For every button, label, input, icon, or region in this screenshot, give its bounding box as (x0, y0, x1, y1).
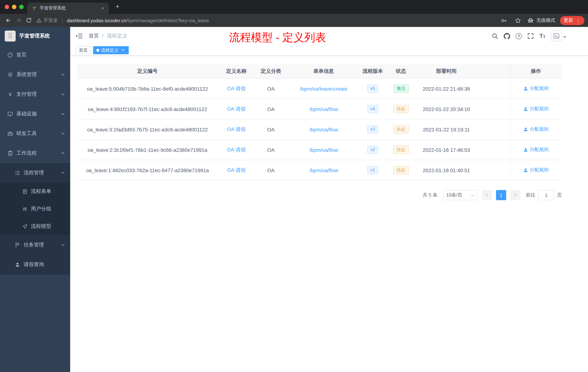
tab-close-icon[interactable]: × (100, 5, 106, 11)
person-icon (523, 127, 528, 132)
sidebar-item-process-model[interactable]: 流程模型 (0, 218, 70, 235)
cell-form-info: /bpm/oa/flow (287, 99, 360, 119)
sidebar-item-home[interactable]: 首页 (0, 45, 70, 65)
password-manager-button[interactable] (499, 16, 508, 25)
maximize-window-button[interactable] (19, 5, 24, 9)
next-page-button[interactable] (510, 190, 520, 200)
search-icon[interactable] (492, 33, 498, 39)
cell-status: 挂起 (386, 99, 416, 119)
sidebar-toggle-icon[interactable] (76, 33, 83, 40)
browser-toolbar: 不安全 dashboard.yudao.iocoder.cn/bpm/manag… (0, 14, 588, 27)
reload-button[interactable] (24, 16, 33, 25)
chevron-down-icon (61, 112, 65, 116)
cell-version: v1 (360, 160, 386, 180)
chevron-down-icon (471, 193, 474, 197)
url-path: /bpm/manager/definition?key=oa_leave (126, 18, 209, 23)
definition-name-link[interactable]: OA 请假 (227, 146, 246, 152)
tag-label: 首页 (79, 47, 88, 53)
sidebar-item-process-form[interactable]: 流程表单 (0, 183, 70, 200)
cell-category: OA (254, 119, 287, 140)
form-link[interactable]: /bpm/oa/flow (309, 147, 338, 153)
yen-icon: ¥ (7, 91, 13, 97)
version-badge: v1 (367, 166, 378, 174)
user-avatar-menu[interactable] (551, 31, 566, 42)
red-annotation-title: 流程模型 - 定义列表 (229, 30, 326, 45)
cell-definition-name: OA 请假 (218, 99, 254, 119)
assign-rule-label: 分配规则 (530, 106, 549, 112)
form-link[interactable]: /bpm/oa/leave/create (300, 86, 347, 92)
browser-update-button[interactable]: 更新 ⋮ (560, 16, 584, 25)
cell-form-info: /bpm/oa/flow (287, 119, 360, 140)
close-window-button[interactable] (5, 5, 9, 9)
minimize-window-button[interactable] (12, 5, 16, 9)
incognito-badge: 无痕模式 (527, 17, 555, 24)
assign-rule-link[interactable]: 分配规则 (523, 106, 549, 112)
definition-name-link[interactable]: OA 请假 (227, 85, 246, 91)
sidebar-item-user-group[interactable]: 用户分组 (0, 200, 70, 218)
forward-icon (16, 17, 21, 23)
cell-definition-id: oa_leave:2:3c1f0ef1-76b1-11ec-9c66-a2380… (77, 140, 218, 160)
bookmark-star-button[interactable] (513, 16, 523, 25)
pagination-total: 共 5 条 (423, 192, 437, 198)
assign-rule-link[interactable]: 分配规则 (523, 85, 549, 92)
chevron-down-icon (61, 92, 65, 97)
cell-definition-name: OA 请假 (218, 160, 254, 180)
version-badge: v3 (367, 125, 378, 134)
table-header-row: 定义编号 定义名称 定义分类 表单信息 流程版本 状态 部署时间 操作 (77, 65, 562, 78)
toolbox-icon (7, 131, 13, 136)
sidebar-item-leave-query[interactable]: 请假查询 (0, 255, 70, 274)
sidebar-item-task-management[interactable]: 任务管理 (0, 235, 70, 255)
sidebar-item-label: 任务管理 (24, 242, 57, 248)
definition-name-link[interactable]: OA 请假 (227, 106, 246, 111)
assign-rule-link[interactable]: 分配规则 (523, 126, 549, 133)
prev-page-button[interactable] (482, 190, 492, 200)
goto-page-input[interactable] (538, 190, 554, 200)
form-link[interactable]: /bpm/oa/flow (309, 127, 338, 132)
sidebar-item-label: 基础设施 (16, 111, 57, 117)
definition-name-link[interactable]: OA 请假 (227, 167, 246, 173)
cell-filler (476, 140, 510, 160)
tag-process-definition[interactable]: 流程定义 × (93, 46, 129, 54)
person-icon (523, 107, 528, 111)
table-row: oa_leave:5:004b710b-7b8a-11ec-8ef0-acde4… (77, 78, 562, 99)
assign-rule-link[interactable]: 分配规则 (523, 146, 549, 153)
address-bar[interactable]: dashboard.yudao.iocoder.cn/bpm/manager/d… (67, 18, 494, 23)
back-button[interactable] (4, 16, 13, 25)
cell-version: v4 (360, 99, 386, 119)
assign-rule-link[interactable]: 分配规则 (523, 167, 549, 174)
goto-page: 前往 页 (526, 190, 562, 200)
sidebar-item-workflow[interactable]: 工作流程 (0, 143, 70, 163)
tag-close-icon[interactable]: × (120, 48, 126, 53)
form-link[interactable]: /bpm/oa/flow (309, 167, 338, 173)
cell-form-info: /bpm/oa/flow (287, 160, 360, 180)
fullscreen-icon[interactable] (527, 33, 534, 39)
sidebar-item-system[interactable]: 系统管理 (0, 65, 70, 85)
page-size-select[interactable]: 10条/页 (443, 190, 478, 200)
form-link[interactable]: /bpm/oa/flow (309, 106, 338, 112)
sidebar-item-process-management[interactable]: 流程管理 (0, 163, 70, 183)
goto-label: 前往 (526, 192, 535, 198)
cell-operations: 分配规则 (510, 160, 562, 180)
main-area: 首页/流程定义 流程模型 - 定义列表 ? TT (70, 27, 588, 372)
forward-button[interactable] (14, 16, 23, 25)
breadcrumb-current: 流程定义 (107, 33, 127, 39)
sidebar-brand[interactable]: 芋道管理系统 (0, 27, 70, 45)
security-indicator[interactable]: 不安全 (36, 17, 58, 24)
github-icon[interactable] (504, 33, 510, 39)
page-number-button[interactable]: 1 (496, 190, 506, 200)
browser-tab[interactable]: 芋道管理系统 × (27, 2, 109, 14)
help-icon[interactable]: ? (516, 33, 522, 39)
col-definition-id: 定义编号 (77, 65, 218, 78)
new-tab-button[interactable]: + (114, 3, 121, 11)
list-tree-icon (15, 170, 20, 176)
tag-home[interactable]: 首页 (76, 46, 91, 54)
sidebar-item-dev-tools[interactable]: 研发工具 (0, 124, 70, 143)
sidebar-item-infrastructure[interactable]: 基础设施 (0, 104, 70, 124)
definition-name-link[interactable]: OA 请假 (227, 126, 246, 132)
breadcrumb-home[interactable]: 首页 (89, 33, 99, 39)
chevron-down-icon (61, 72, 65, 77)
font-size-icon[interactable]: TT (539, 33, 546, 39)
sidebar-item-payment[interactable]: ¥ 支付管理 (0, 85, 70, 104)
table-row: oa_leave:1:482ec033-762a-11ec-8477-a2380… (77, 160, 562, 180)
table-row: oa_leave:3:1fad3d93-7b75-11ec-a3c8-acde4… (77, 119, 562, 140)
